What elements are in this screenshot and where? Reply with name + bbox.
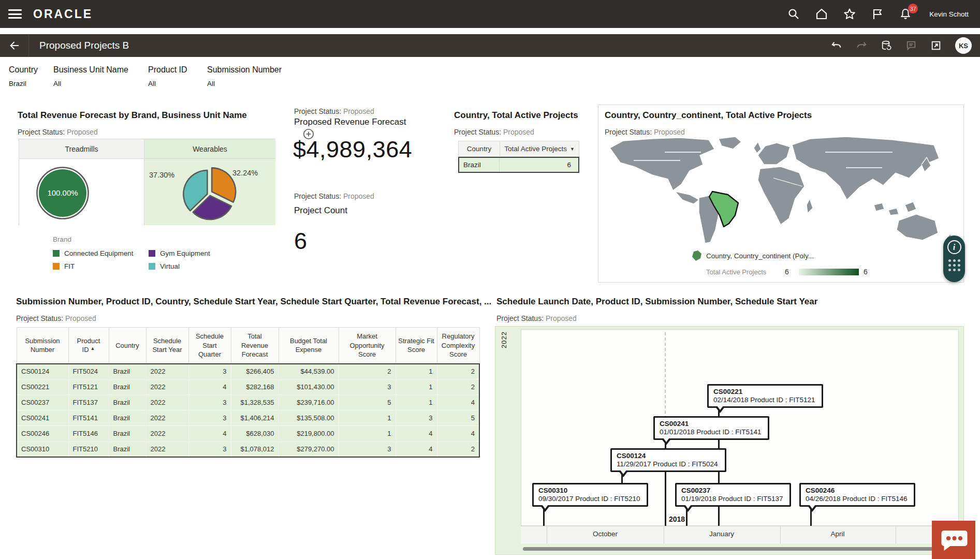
column-header[interactable]: Submission Number xyxy=(17,328,68,364)
filter-value: All xyxy=(53,80,128,87)
cell: 1 xyxy=(396,379,437,395)
filter-label: Country xyxy=(9,65,38,75)
home-icon[interactable] xyxy=(815,8,828,20)
timeline-event-CS00246[interactable]: CS00246 04/26/2018 Product ID : FIT5146 xyxy=(799,483,915,507)
refresh-data-icon[interactable] xyxy=(881,40,892,51)
avatar[interactable]: KS xyxy=(955,37,972,54)
user-name[interactable]: Kevin Schott xyxy=(929,10,969,18)
hamburger-menu-icon[interactable] xyxy=(8,9,22,19)
cell: FIT5141 xyxy=(68,410,109,426)
map-region-africa[interactable] xyxy=(758,167,805,225)
legend-item-fit[interactable]: FIT xyxy=(53,262,75,270)
map-region-central-america[interactable] xyxy=(675,192,699,204)
cell: 3 xyxy=(188,364,231,379)
cell: 5 xyxy=(437,410,479,426)
redo-icon[interactable] xyxy=(856,40,867,51)
revenue-kpi-value[interactable]: $4,989,364 xyxy=(293,136,412,163)
cell: $282,168 xyxy=(231,379,279,395)
column-header-country[interactable]: Country xyxy=(459,141,500,156)
notifications-bell-icon[interactable]: 37 xyxy=(899,8,912,20)
count-kpi-value[interactable]: 6 xyxy=(294,228,308,255)
cell: 2 xyxy=(339,364,396,379)
column-header-sorted[interactable]: Product ID▲ xyxy=(68,328,109,364)
map-region-indonesia[interactable] xyxy=(874,203,884,211)
table-row[interactable]: CS00310 FIT5210 Brazil 2022 3 $1,078,012… xyxy=(17,442,479,457)
event-detail: 11/29/2017 Product ID : FIT5024 xyxy=(617,460,720,468)
comments-icon[interactable] xyxy=(905,40,917,51)
timeline-event-CS00241[interactable]: CS00241 01/01/2018 Product ID : FIT5141 xyxy=(653,416,769,440)
count-kpi-title: Project Count xyxy=(294,205,347,216)
column-header-total-active-projects[interactable]: Total Active Projects▼ xyxy=(500,141,579,156)
undo-icon[interactable] xyxy=(831,40,842,51)
chat-button[interactable] xyxy=(932,521,975,559)
cell: 4 xyxy=(437,395,479,410)
cell: 4 xyxy=(396,442,437,457)
status-line: Project Status: Proposed xyxy=(294,107,374,115)
favorites-star-icon[interactable] xyxy=(843,8,856,20)
timeline-event-CS00310[interactable]: CS00310 09/30/2017 Product ID : FIT5210 xyxy=(532,483,648,507)
status-label: Project Status: xyxy=(18,128,65,136)
filter-submission-number[interactable]: Submission Number All xyxy=(207,65,282,87)
column-header[interactable]: Budget Total Expense xyxy=(279,328,339,364)
chat-icon xyxy=(939,527,968,552)
map-region-greenland[interactable] xyxy=(719,137,741,149)
world-map[interactable] xyxy=(603,137,961,246)
table-row[interactable]: CS00124 FIT5024 Brazil 2022 3 $266,405 $… xyxy=(17,364,479,379)
map-region-new-guinea[interactable] xyxy=(905,202,916,212)
country-projects-table: Country Total Active Projects▼ Brazil 6 xyxy=(458,141,579,173)
legend-item-gym-equipment[interactable]: Gym Equipment xyxy=(149,249,210,257)
table-row[interactable]: CS00241 FIT5141 Brazil 2022 3 $1,406,214… xyxy=(17,410,479,426)
timeline-event-CS00221[interactable]: CS00221 02/14/2018 Product ID : FIT5121 xyxy=(707,384,823,408)
table-row[interactable]: CS00237 FIT5137 Brazil 2022 3 $1,328,535… xyxy=(17,395,479,410)
timeline-horizontal-scrollbar[interactable] xyxy=(523,547,957,551)
filter-business-unit[interactable]: Business Unit Name All xyxy=(53,65,128,87)
present-open-icon[interactable] xyxy=(930,40,942,51)
wearables-pie-chart[interactable] xyxy=(180,163,240,223)
callout-tail xyxy=(620,470,626,474)
map-legend-layer[interactable]: Country, Country_continent (Poly... xyxy=(706,252,814,260)
sort-asc-icon: ▲ xyxy=(91,346,95,351)
table-row[interactable]: CS00221 FIT5121 Brazil 2022 4 $282,168 $… xyxy=(17,379,479,395)
timeline-event-CS00124[interactable]: CS00124 11/29/2017 Product ID : FIT5024 xyxy=(610,448,726,472)
sort-desc-icon: ▼ xyxy=(570,146,575,152)
axis-separator xyxy=(547,526,547,543)
filter-bar: Country Brazil Business Unit Name All Pr… xyxy=(0,57,980,102)
flag-icon[interactable] xyxy=(871,8,884,20)
column-header[interactable]: Regulatory Complexity Score xyxy=(437,328,479,364)
search-icon[interactable] xyxy=(787,8,800,20)
cell-country: Brazil xyxy=(459,158,500,172)
map-region-madagascar[interactable] xyxy=(807,199,813,213)
cell: $628,030 xyxy=(231,426,279,442)
cell: $219,800.00 xyxy=(279,426,339,442)
cell: 4 xyxy=(188,426,231,442)
column-header[interactable]: Strategic Fit Score xyxy=(396,328,437,364)
event-id: CS00241 xyxy=(660,420,763,428)
column-header[interactable]: Market Opportunity Score xyxy=(339,328,396,364)
cell: FIT5121 xyxy=(68,379,109,395)
filter-country[interactable]: Country Brazil xyxy=(9,65,38,87)
table-row[interactable]: CS00246 FIT5146 Brazil 2022 4 $628,030 $… xyxy=(17,426,479,442)
map-region-asia[interactable] xyxy=(792,137,939,200)
legend-item-connected-equipment[interactable]: Connected Equipment xyxy=(53,249,134,257)
filter-product-id[interactable]: Product ID All xyxy=(148,65,187,87)
map-region-europe[interactable] xyxy=(758,143,790,165)
column-header[interactable]: Schedule Start Quarter xyxy=(188,328,231,364)
table-row[interactable]: Brazil 6 xyxy=(458,157,579,173)
column-header[interactable]: Schedule Start Year xyxy=(146,328,188,364)
column-header[interactable]: Country xyxy=(109,328,146,364)
status-label: Project Status: xyxy=(294,192,341,200)
oracle-logo: ORACLE xyxy=(33,7,93,21)
map-region-australia[interactable] xyxy=(897,214,938,240)
map-region-islands[interactable] xyxy=(888,208,899,215)
map-region-north-america[interactable] xyxy=(610,138,714,190)
map-region-uk[interactable] xyxy=(754,142,761,153)
column-header[interactable]: Total Revenue Forecast xyxy=(231,328,279,364)
timeline-event-CS00237[interactable]: CS00237 01/19/2018 Product ID : FIT5137 xyxy=(675,483,791,507)
cell: 2022 xyxy=(146,395,188,410)
info-icon[interactable]: i xyxy=(947,240,961,254)
legend-item-virtual[interactable]: Virtual xyxy=(149,262,180,270)
grid-dots-icon[interactable] xyxy=(948,259,960,271)
back-button[interactable] xyxy=(0,34,29,57)
treadmills-pie-chart[interactable]: 100.00% xyxy=(34,165,91,222)
cell: $1,328,535 xyxy=(231,395,279,410)
